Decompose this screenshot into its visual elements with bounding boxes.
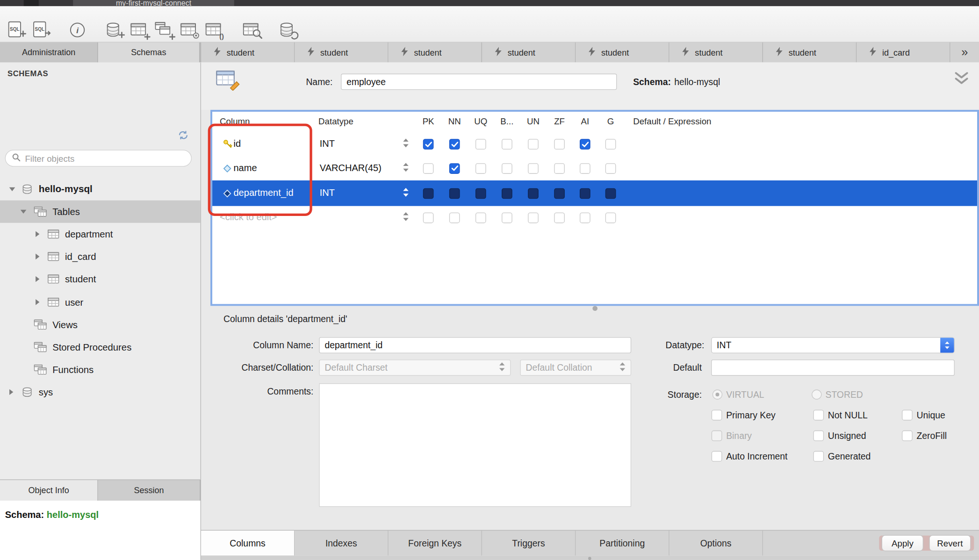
- document-tab-id_card[interactable]: id_card: [857, 43, 950, 63]
- tree-item-stored-procedures[interactable]: Stored Procedures: [0, 336, 201, 358]
- flag-checkbox-UN[interactable]: [528, 163, 539, 174]
- new-sql-tab-icon[interactable]: SQL: [5, 20, 28, 40]
- flag-checkbox-AI[interactable]: [580, 163, 590, 174]
- tree-item-views[interactable]: Views: [0, 313, 201, 336]
- detail-checkbox-generated[interactable]: [813, 451, 824, 462]
- reconnect-database-icon[interactable]: [277, 20, 300, 40]
- datatype-combo[interactable]: INT: [711, 337, 955, 353]
- splitter-handle[interactable]: [592, 306, 597, 311]
- search-data-icon[interactable]: [241, 20, 263, 40]
- flag-checkbox-AI[interactable]: [580, 139, 590, 150]
- comments-textarea[interactable]: [319, 383, 631, 507]
- create-view-icon[interactable]: [154, 20, 176, 40]
- grid-row-new[interactable]: [212, 206, 977, 230]
- open-sql-script-icon[interactable]: SQL: [30, 20, 52, 40]
- document-tab-student[interactable]: student: [482, 43, 576, 63]
- chevron-right-icon[interactable]: [35, 299, 40, 306]
- detail-checkbox-zerofill[interactable]: [902, 431, 913, 441]
- editor-tab-columns[interactable]: Columns: [201, 531, 295, 555]
- editor-tab-triggers[interactable]: Triggers: [482, 531, 576, 555]
- editor-tab-indexes[interactable]: Indexes: [295, 531, 388, 555]
- default-value-input[interactable]: [711, 359, 955, 376]
- tree-item-student[interactable]: student: [0, 268, 201, 290]
- flag-checkbox-ZF[interactable]: [554, 163, 565, 174]
- tree-item-sys[interactable]: sys: [0, 381, 201, 403]
- flag-checkbox-G[interactable]: [605, 163, 616, 174]
- schema-filter-input[interactable]: [25, 153, 168, 163]
- flag-checkbox-B[interactable]: [502, 213, 512, 223]
- flag-checkbox-G[interactable]: [605, 213, 616, 223]
- sidebar-tab-administration[interactable]: Administration: [0, 43, 98, 63]
- flag-checkbox-PK[interactable]: [423, 139, 434, 150]
- flag-checkbox-ZF[interactable]: [554, 139, 565, 150]
- datatype-stepper-icon[interactable]: [403, 138, 409, 150]
- create-procedure-icon[interactable]: [179, 20, 201, 40]
- flag-checkbox-PK[interactable]: [423, 188, 434, 199]
- chevron-right-icon[interactable]: [35, 253, 40, 260]
- flag-checkbox-ZF[interactable]: [554, 188, 565, 199]
- document-tab-student[interactable]: student: [763, 43, 857, 63]
- grid-cell-column-name[interactable]: name: [233, 162, 257, 173]
- flag-checkbox-NN[interactable]: [449, 139, 460, 150]
- revert-button[interactable]: Revert: [929, 535, 971, 551]
- flag-checkbox-NN[interactable]: [449, 163, 460, 174]
- flag-checkbox-UN[interactable]: [528, 139, 539, 150]
- chevron-down-icon[interactable]: [9, 187, 16, 192]
- flag-checkbox-PK[interactable]: [423, 213, 434, 223]
- chevron-down-icon[interactable]: [20, 209, 27, 214]
- detail-checkbox-unique[interactable]: [902, 410, 913, 421]
- datatype-stepper-icon[interactable]: [403, 162, 409, 174]
- flag-checkbox-UQ[interactable]: [475, 188, 486, 199]
- flag-checkbox-PK[interactable]: [423, 163, 434, 174]
- datatype-stepper-icon[interactable]: [403, 187, 409, 199]
- flag-checkbox-NN[interactable]: [449, 213, 460, 223]
- tree-item-functions[interactable]: Functions: [0, 359, 201, 381]
- inspector-icon[interactable]: i: [66, 20, 89, 40]
- create-table-icon[interactable]: [129, 20, 151, 40]
- column-name-input[interactable]: [319, 337, 631, 353]
- flag-checkbox-UQ[interactable]: [475, 139, 486, 150]
- tab-overflow-button[interactable]: »: [950, 43, 979, 63]
- document-tab-student[interactable]: student: [576, 43, 669, 63]
- tree-item-department[interactable]: department: [0, 223, 201, 245]
- grid-cell-column-name[interactable]: department_id: [233, 187, 293, 198]
- grid-cell-datatype[interactable]: VARCHAR(45): [320, 162, 382, 173]
- flag-checkbox-B[interactable]: [502, 139, 512, 150]
- schema-filter-box[interactable]: [5, 150, 192, 167]
- flag-checkbox-B[interactable]: [502, 188, 512, 199]
- tree-item-user[interactable]: user: [0, 291, 201, 313]
- create-schema-icon[interactable]: [104, 20, 126, 40]
- collapse-panel-icon[interactable]: [953, 71, 970, 88]
- chevron-right-icon[interactable]: [35, 276, 40, 283]
- tree-item-tables[interactable]: Tables: [0, 201, 201, 223]
- flag-checkbox-AI[interactable]: [580, 213, 590, 223]
- refresh-schemas-icon[interactable]: [177, 130, 191, 142]
- editor-tab-foreign-keys[interactable]: Foreign Keys: [389, 531, 482, 555]
- info-tab-object-info[interactable]: Object Info: [0, 480, 98, 501]
- flag-checkbox-NN[interactable]: [449, 188, 460, 199]
- document-tab-student[interactable]: student: [389, 43, 482, 63]
- chevron-right-icon[interactable]: [9, 388, 14, 395]
- editor-tab-options[interactable]: Options: [669, 531, 763, 555]
- tree-item-hello-mysql[interactable]: hello-mysql: [0, 178, 201, 201]
- flag-checkbox-AI[interactable]: [580, 188, 590, 199]
- connection-tab[interactable]: my-first-mysql-connect: [73, 0, 234, 6]
- detail-checkbox-not-null[interactable]: [813, 410, 824, 421]
- grid-cell-column-name[interactable]: <click to edit>: [220, 212, 277, 223]
- flag-checkbox-ZF[interactable]: [554, 213, 565, 223]
- document-tab-student[interactable]: student: [201, 43, 295, 63]
- flag-checkbox-UN[interactable]: [528, 213, 539, 223]
- document-tab-student[interactable]: student: [669, 43, 763, 63]
- grid-cell-column-name[interactable]: id: [233, 138, 241, 149]
- datatype-stepper-icon[interactable]: [403, 212, 409, 223]
- flag-checkbox-G[interactable]: [605, 139, 616, 150]
- flag-checkbox-UQ[interactable]: [475, 213, 486, 223]
- flag-checkbox-UN[interactable]: [528, 188, 539, 199]
- editor-tab-partitioning[interactable]: Partitioning: [576, 531, 669, 555]
- grid-cell-datatype[interactable]: INT: [320, 187, 335, 198]
- flag-checkbox-B[interactable]: [502, 163, 512, 174]
- flag-checkbox-UQ[interactable]: [475, 163, 486, 174]
- info-tab-session[interactable]: Session: [98, 480, 201, 501]
- tree-item-id_card[interactable]: id_card: [0, 245, 201, 268]
- chevron-right-icon[interactable]: [35, 230, 40, 237]
